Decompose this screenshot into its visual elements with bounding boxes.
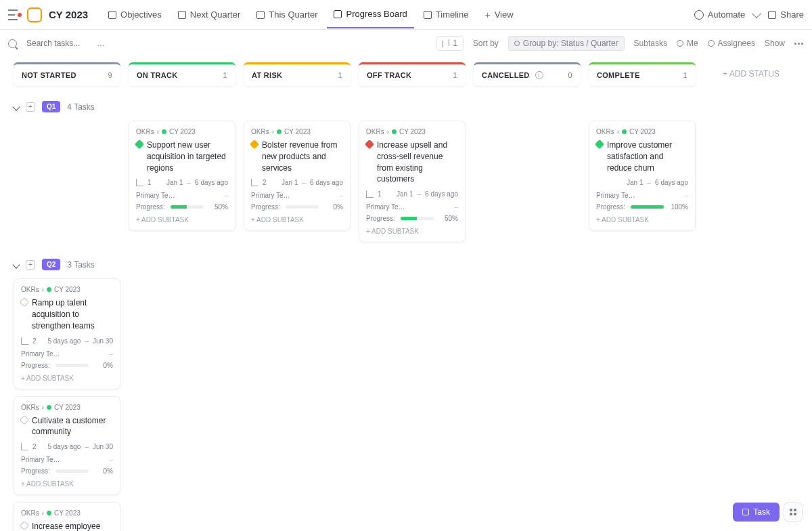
task-fab[interactable]: Task — [733, 503, 780, 522]
column-on-track[interactable]: ON TRACK1 — [129, 62, 235, 86]
add-subtask-button[interactable]: + ADD SUBTASK — [136, 216, 228, 224]
task-card[interactable]: OKRs›CY 2023Ramp up talent acquisition t… — [14, 278, 120, 389]
add-subtask-button[interactable]: + ADD SUBTASK — [21, 480, 113, 488]
add-status-button[interactable]: + ADD STATUS — [704, 62, 798, 86]
column-off-track[interactable]: OFF TRACK1 — [359, 62, 466, 86]
progress-row: Progress:0% — [21, 362, 113, 369]
status-stamp — [365, 140, 374, 149]
add-button[interactable]: + — [26, 102, 35, 112]
task-icon — [742, 509, 749, 515]
chevron-down-icon[interactable] — [752, 8, 761, 18]
team-field: Primary Te…– — [21, 350, 113, 358]
section-header[interactable]: +Q23 Tasks — [14, 256, 798, 273]
add-subtask-button[interactable]: + ADD SUBTASK — [596, 216, 688, 224]
tab-objectives[interactable]: Objectives — [102, 1, 168, 28]
team-field: Primary Te…– — [366, 203, 458, 211]
status-stamp — [20, 415, 29, 425]
view-icon — [256, 11, 265, 19]
column-cancelled[interactable]: CANCELLEDi0 — [474, 62, 581, 86]
task-card[interactable]: OKRs›CY 2023Support new user acquisition… — [129, 121, 235, 231]
chevron-down-icon — [12, 103, 20, 110]
show-button[interactable]: Show — [765, 39, 785, 48]
card-meta: Jan 1–6 days ago — [596, 179, 688, 186]
card-title: Cultivate a customer community — [21, 415, 113, 438]
breadcrumb: OKRs›CY 2023 — [21, 404, 113, 411]
filter-icon — [443, 39, 449, 48]
card-title: Ramp up talent acquisition to strengthen… — [21, 297, 113, 331]
breadcrumb: OKRs›CY 2023 — [136, 128, 228, 135]
card-title: Increase upsell and cross-sell revenue f… — [366, 140, 458, 185]
tab-timeline[interactable]: Timeline — [417, 1, 476, 28]
breadcrumb: OKRs›CY 2023 — [21, 286, 113, 293]
subtask-icon — [136, 179, 143, 186]
section-header[interactable]: +Q14 Tasks — [14, 98, 798, 115]
team-field: Primary Te…– — [596, 192, 688, 199]
progress-row: Progress:50% — [366, 215, 458, 222]
view-icon — [178, 11, 186, 19]
assignees-button[interactable]: Assignees — [708, 39, 755, 48]
card-title: Support new user acquisition in targeted… — [136, 140, 228, 173]
task-card[interactable]: OKRs›CY 2023Increase upsell and cross-se… — [359, 121, 466, 242]
status-stamp — [20, 521, 29, 530]
subtasks-button[interactable]: Subtasks — [634, 39, 667, 48]
notification-dot — [18, 13, 22, 17]
view-icon — [424, 11, 432, 19]
progress-row: Progress:0% — [251, 203, 343, 211]
breadcrumb: OKRs›CY 2023 — [596, 128, 688, 135]
task-card[interactable]: OKRs›CY 2023Cultivate a customer communi… — [14, 396, 120, 496]
subtask-icon — [251, 179, 258, 186]
card-meta: 25 days ago–Jun 30 — [21, 443, 113, 450]
me-button[interactable]: Me — [677, 39, 698, 48]
automate-icon — [694, 10, 704, 20]
filter-button[interactable]: 1 — [436, 36, 464, 51]
grid-icon — [790, 509, 796, 515]
column-not-started[interactable]: NOT STARTED9 — [14, 62, 120, 86]
status-stamp — [595, 140, 604, 149]
quarter-badge: Q1 — [42, 101, 60, 112]
add-subtask-button[interactable]: + ADD SUBTASK — [251, 216, 343, 224]
progress-row: Progress:0% — [21, 467, 113, 475]
group-button[interactable]: Group by: Status / Quarter — [508, 36, 625, 51]
add-button[interactable]: + — [26, 260, 35, 270]
task-card[interactable]: OKRs›CY 2023Improve customer satisfactio… — [589, 121, 696, 231]
tab-view[interactable]: +View — [478, 1, 520, 28]
apps-fab[interactable] — [784, 503, 803, 522]
more-icon[interactable]: … — [97, 39, 106, 48]
tab-next-quarter[interactable]: Next Quarter — [171, 1, 247, 28]
sort-button[interactable]: Sort by — [473, 39, 499, 48]
card-meta: 1Jan 1–6 days ago — [136, 179, 228, 186]
column-at-risk[interactable]: AT RISK1 — [244, 62, 351, 86]
task-card[interactable]: OKRs›CY 2023Increase employee productivi… — [14, 502, 120, 531]
view-icon — [334, 10, 342, 18]
breadcrumb: OKRs›CY 2023 — [366, 128, 458, 135]
view-tabs: ObjectivesNext QuarterThis QuarterProgre… — [102, 1, 520, 28]
tab-this-quarter[interactable]: This Quarter — [250, 1, 324, 28]
column-complete[interactable]: COMPLETE1 — [589, 62, 696, 86]
card-meta: 1Jan 1–6 days ago — [366, 190, 458, 198]
status-stamp — [135, 140, 144, 149]
info-icon: i — [535, 71, 543, 79]
automate-button[interactable]: Automate — [694, 9, 746, 20]
chevron-down-icon — [12, 261, 20, 268]
task-count: 4 Tasks — [67, 102, 94, 112]
progress-row: Progress:100% — [596, 203, 688, 211]
view-icon — [108, 11, 116, 19]
sidebar-toggle[interactable] — [8, 9, 27, 20]
status-stamp — [20, 297, 29, 307]
team-field: Primary Te…– — [251, 192, 343, 199]
tab-progress-board[interactable]: Progress Board — [327, 1, 413, 28]
team-field: Primary Te…– — [136, 192, 228, 199]
subtask-icon — [21, 337, 28, 345]
share-button[interactable]: Share — [768, 9, 804, 20]
add-subtask-button[interactable]: + ADD SUBTASK — [366, 228, 458, 235]
task-card[interactable]: OKRs›CY 2023Bolster revenue from new pro… — [244, 121, 351, 231]
search-input[interactable] — [26, 39, 87, 48]
add-subtask-button[interactable]: + ADD SUBTASK — [21, 375, 113, 382]
breadcrumb: OKRs›CY 2023 — [251, 128, 343, 135]
users-icon — [708, 40, 715, 47]
quarter-badge: Q2 — [42, 259, 60, 270]
subtask-icon — [21, 443, 28, 450]
workspace-icon[interactable] — [27, 7, 42, 22]
ellipsis-icon[interactable] — [794, 43, 804, 45]
subtask-icon — [366, 190, 374, 198]
